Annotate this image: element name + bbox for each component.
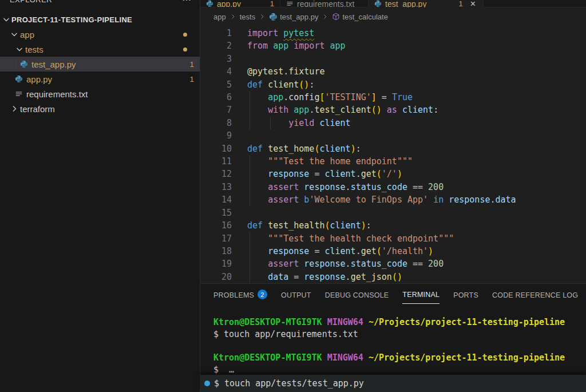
panel-tab-debug-console[interactable]: DEBUG CONSOLE bbox=[325, 286, 389, 304]
python-file-icon bbox=[15, 75, 25, 83]
line-number: 8 bbox=[200, 117, 232, 129]
code-line: 14 assert b'Welcome to FinOps App' in re… bbox=[200, 193, 586, 206]
code-text: response = client.get('/health') bbox=[232, 245, 433, 258]
line-number: 2 bbox=[200, 39, 232, 52]
panel-tab-label: DEBUG CONSOLE bbox=[325, 286, 389, 304]
line-number: 11 bbox=[200, 155, 232, 168]
line-number: 3 bbox=[200, 53, 232, 65]
line-number: 16 bbox=[200, 219, 232, 232]
code-text: @pytest.fixture bbox=[232, 65, 324, 78]
code-line: 12 response = client.get('/') bbox=[200, 168, 586, 180]
tree-item-requirements-txt[interactable]: requirements.txt bbox=[0, 86, 200, 101]
tree-item-app[interactable]: app bbox=[0, 27, 200, 42]
command-decoration-icon[interactable] bbox=[204, 381, 210, 386]
python-file-icon bbox=[374, 0, 382, 7]
terminal-output[interactable]: Ktron@DESKTOP-MTGI9TK MINGW64 ~/Projects… bbox=[200, 316, 586, 376]
sticky-command-text: $ touch app/tests/test_app.py bbox=[214, 378, 364, 389]
terminal-line: $ touch app/requirements.txt bbox=[213, 328, 586, 340]
explorer-actions-icon[interactable]: ⋯ bbox=[182, 0, 191, 5]
code-text: from app import app bbox=[232, 39, 346, 52]
terminal-line: Ktron@DESKTOP-MTGI9TK MINGW64 ~/Projects… bbox=[213, 352, 586, 364]
code-text: def client(): bbox=[232, 78, 314, 91]
problem-count-badge: 1 bbox=[189, 60, 194, 69]
line-number: 17 bbox=[200, 232, 232, 245]
close-icon[interactable]: × bbox=[470, 0, 476, 7]
code-text: def test_health(client): bbox=[232, 219, 371, 232]
code-text: def test_home(client): bbox=[232, 142, 361, 155]
line-number: 1 bbox=[200, 27, 232, 39]
code-line: 16def test_health(client): bbox=[200, 219, 586, 232]
code-text: app.config['TESTING'] = True bbox=[232, 91, 413, 104]
breadcrumb: appteststest_app.pytest_calculate bbox=[200, 7, 586, 26]
indent-guide bbox=[250, 91, 250, 129]
code-line: 19 assert response.status_code == 200 bbox=[200, 258, 586, 270]
code-text: """Test the health check endpoint""" bbox=[232, 232, 454, 245]
code-text bbox=[232, 129, 247, 142]
line-number: 14 bbox=[200, 193, 232, 206]
indent-guide bbox=[250, 155, 250, 207]
line-number: 18 bbox=[200, 245, 232, 258]
code-editor[interactable]: 1import pytest2from app import app34@pyt… bbox=[200, 26, 586, 283]
tab-problem-badge: 1 bbox=[458, 0, 462, 7]
panel-tab-code-reference-log[interactable]: CODE REFERENCE LOG bbox=[492, 286, 578, 304]
line-number: 10 bbox=[200, 142, 232, 155]
code-line: 11 """Test the home endpoint""" bbox=[200, 155, 586, 168]
explorer-sidebar: EXPLORER ⋯ PROJECT-11-TESTING-PIPELINE a… bbox=[0, 0, 200, 392]
tree-item-label: requirements.txt bbox=[26, 89, 88, 99]
breadcrumb-separator-icon bbox=[259, 14, 265, 19]
code-text: response = client.get('/') bbox=[232, 168, 402, 180]
code-text bbox=[232, 207, 247, 219]
modified-dot-badge bbox=[183, 33, 187, 37]
editor-tab-bar: app.py1requirements.txttest_app.py1× bbox=[200, 0, 586, 7]
indent-guide bbox=[250, 232, 250, 283]
terminal-line bbox=[213, 340, 586, 353]
bottom-panel: PROBLEMS2OUTPUTDEBUG CONSOLETERMINALPORT… bbox=[200, 283, 586, 392]
code-line: 15 bbox=[200, 207, 586, 219]
code-line: 7 with app.test_client() as client: bbox=[200, 104, 586, 116]
tree-item-label: tests bbox=[25, 45, 43, 54]
code-text: with app.test_client() as client: bbox=[232, 104, 438, 116]
tree-item-tests[interactable]: tests bbox=[0, 42, 200, 57]
line-number: 12 bbox=[200, 168, 232, 180]
panel-tab-output[interactable]: OUTPUT bbox=[281, 286, 311, 304]
panel-tab-label: PROBLEMS bbox=[213, 286, 254, 304]
text-file-icon bbox=[15, 90, 25, 98]
problem-count-badge: 1 bbox=[189, 75, 194, 84]
explorer-root-folder[interactable]: PROJECT-11-TESTING-PIPELINE bbox=[0, 13, 200, 26]
terminal-line: $ … bbox=[213, 364, 586, 376]
panel-tab-terminal[interactable]: TERMINAL bbox=[402, 285, 440, 304]
line-number: 15 bbox=[200, 207, 232, 219]
terminal-line: Ktron@DESKTOP-MTGI9TK MINGW64 ~/Projects… bbox=[213, 316, 586, 328]
breadcrumb-label: app bbox=[213, 13, 226, 21]
panel-tab-ports[interactable]: PORTS bbox=[453, 286, 478, 304]
breadcrumb-item-tests[interactable]: tests bbox=[240, 13, 255, 21]
terminal-sticky-command[interactable]: $ touch app/tests/test_app.py bbox=[200, 375, 586, 392]
indent-guide bbox=[270, 117, 271, 129]
tree-item-app-py[interactable]: app.py1 bbox=[0, 72, 200, 86]
breadcrumb-item-test-calculate[interactable]: test_calculate bbox=[332, 13, 388, 21]
code-line: 9 bbox=[200, 129, 586, 142]
tree-item-terraform[interactable]: terraform bbox=[0, 101, 200, 116]
code-line: 1import pytest bbox=[200, 27, 586, 39]
breadcrumb-label: test_calculate bbox=[342, 13, 388, 21]
code-text bbox=[232, 53, 247, 65]
breadcrumb-separator-icon bbox=[230, 14, 236, 19]
panel-tab-label: CODE REFERENCE LOG bbox=[492, 286, 578, 304]
panel-tab-label: OUTPUT bbox=[281, 286, 311, 304]
line-number: 9 bbox=[200, 129, 232, 142]
code-line: 5def client(): bbox=[200, 78, 586, 91]
editor-tab-test-app-py[interactable]: test_app.py1× bbox=[369, 0, 484, 7]
code-line: 4@pytest.fixture bbox=[200, 65, 586, 78]
python-file-icon bbox=[20, 60, 30, 68]
breadcrumb-item-test-app-py[interactable]: test_app.py bbox=[269, 13, 318, 21]
panel-tab-bar: PROBLEMS2OUTPUTDEBUG CONSOLETERMINALPORT… bbox=[200, 284, 586, 305]
python-file-icon bbox=[269, 13, 278, 21]
breadcrumb-label: test_app.py bbox=[280, 13, 318, 21]
tree-item-test-app-py[interactable]: test_app.py1 bbox=[0, 57, 200, 72]
line-number: 7 bbox=[200, 104, 232, 116]
breadcrumb-item-app[interactable]: app bbox=[213, 13, 226, 21]
root-folder-label: PROJECT-11-TESTING-PIPELINE bbox=[11, 15, 132, 24]
line-number: 20 bbox=[200, 271, 232, 283]
chevron-down-icon bbox=[10, 30, 19, 39]
panel-tab-problems[interactable]: PROBLEMS2 bbox=[213, 286, 267, 304]
